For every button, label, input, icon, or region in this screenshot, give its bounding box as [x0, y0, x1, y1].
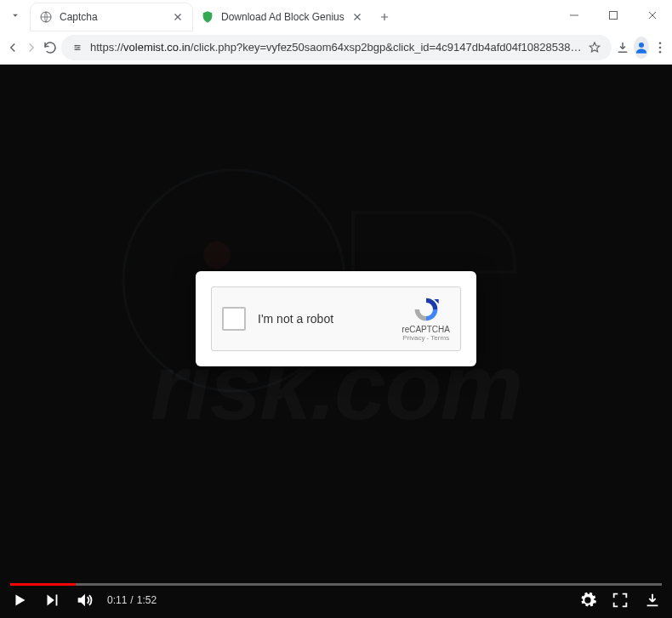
svg-point-7: [659, 46, 662, 48]
next-button[interactable]: [43, 591, 61, 609]
site-settings-icon[interactable]: [71, 42, 83, 54]
volume-button[interactable]: [75, 591, 94, 609]
minimize-button[interactable]: [555, 0, 594, 31]
shield-icon: [201, 10, 214, 24]
menu-button[interactable]: [652, 34, 668, 61]
captcha-dialog: I'm not a robot reCAPTCHA Privacy - Term…: [196, 271, 476, 366]
svg-point-8: [659, 50, 662, 53]
star-icon[interactable]: [588, 41, 601, 54]
close-icon[interactable]: [351, 11, 363, 23]
profile-button[interactable]: [634, 37, 649, 59]
url-text: https://volemist.co.in/click.php?key=vyf…: [90, 41, 581, 54]
download-button[interactable]: [643, 591, 662, 609]
svg-point-3: [77, 47, 79, 48]
recaptcha-privacy-link[interactable]: Privacy: [402, 334, 424, 342]
recaptcha-icon: [413, 296, 440, 323]
close-icon[interactable]: [172, 11, 184, 23]
play-button[interactable]: [10, 591, 29, 609]
recaptcha-terms-link[interactable]: Terms: [430, 334, 449, 342]
fullscreen-button[interactable]: [611, 591, 629, 609]
svg-point-2: [75, 44, 77, 46]
svg-rect-1: [610, 12, 618, 20]
window-controls: [555, 0, 672, 31]
tab-title: Download Ad Block Genius: [221, 11, 345, 23]
back-button[interactable]: [5, 34, 20, 61]
settings-button[interactable]: [578, 591, 597, 609]
downloads-button[interactable]: [615, 34, 630, 61]
globe-icon: [39, 10, 53, 24]
tab-captcha[interactable]: Captcha: [31, 3, 192, 31]
reload-button[interactable]: [43, 34, 58, 61]
close-window-button[interactable]: [633, 0, 672, 31]
page-content: risk.com I'm not a robot reCAPTCHA Priva…: [0, 65, 672, 618]
svg-point-6: [659, 42, 662, 44]
recaptcha-brand: reCAPTCHA Privacy - Terms: [401, 296, 450, 342]
recaptcha-widget: I'm not a robot reCAPTCHA Privacy - Term…: [211, 286, 461, 351]
video-time: 0:11 / 1:52: [107, 594, 157, 606]
svg-point-5: [639, 43, 644, 48]
video-controls: 0:11 / 1:52: [0, 582, 672, 618]
tab-search-button[interactable]: [0, 0, 31, 31]
forward-button[interactable]: [24, 34, 39, 61]
maximize-button[interactable]: [594, 0, 633, 31]
address-bar[interactable]: https://volemist.co.in/click.php?key=vyf…: [61, 35, 612, 60]
recaptcha-checkbox[interactable]: [222, 307, 246, 331]
new-tab-button[interactable]: [372, 3, 397, 31]
tab-adblock[interactable]: Download Ad Block Genius: [192, 3, 372, 31]
svg-point-4: [76, 48, 77, 50]
recaptcha-label: I'm not a robot: [258, 312, 390, 326]
toolbar: https://volemist.co.in/click.php?key=vyf…: [0, 31, 672, 65]
svg-point-10: [203, 241, 231, 269]
titlebar: Captcha Download Ad Block Genius: [0, 0, 672, 31]
tab-title: Captcha: [60, 11, 165, 23]
